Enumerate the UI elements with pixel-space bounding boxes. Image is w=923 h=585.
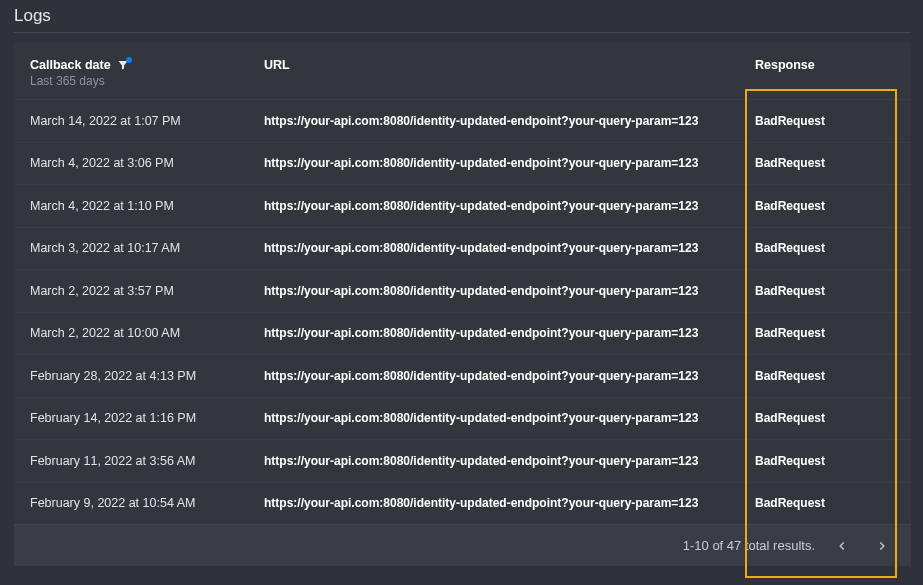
filter-active-indicator bbox=[126, 57, 132, 63]
cell-response: BadRequest bbox=[755, 411, 895, 425]
header-callback-date-label: Callback date bbox=[30, 58, 111, 72]
cell-response: BadRequest bbox=[755, 496, 895, 510]
table-row[interactable]: March 4, 2022 at 3:06 PMhttps://your-api… bbox=[14, 142, 911, 185]
filter-icon[interactable] bbox=[117, 59, 129, 71]
table-row[interactable]: February 9, 2022 at 10:54 AMhttps://your… bbox=[14, 482, 911, 525]
header-url[interactable]: URL bbox=[264, 57, 755, 72]
header-response-label: Response bbox=[755, 58, 815, 72]
cell-url: https://your-api.com:8080/identity-updat… bbox=[264, 411, 755, 425]
table-row[interactable]: March 2, 2022 at 3:57 PMhttps://your-api… bbox=[14, 269, 911, 312]
cell-callback-date: February 9, 2022 at 10:54 AM bbox=[30, 496, 264, 510]
cell-callback-date: March 4, 2022 at 3:06 PM bbox=[30, 156, 264, 170]
table-row[interactable]: February 11, 2022 at 3:56 AMhttps://your… bbox=[14, 439, 911, 482]
header-callback-date[interactable]: Callback date Last 365 days bbox=[30, 57, 264, 88]
cell-url: https://your-api.com:8080/identity-updat… bbox=[264, 199, 755, 213]
cell-callback-date: March 3, 2022 at 10:17 AM bbox=[30, 241, 264, 255]
table-row[interactable]: March 4, 2022 at 1:10 PMhttps://your-api… bbox=[14, 184, 911, 227]
page-title: Logs bbox=[0, 0, 923, 32]
header-callback-date-sub: Last 365 days bbox=[30, 74, 264, 88]
cell-url: https://your-api.com:8080/identity-updat… bbox=[264, 241, 755, 255]
cell-url: https://your-api.com:8080/identity-updat… bbox=[264, 454, 755, 468]
table-row[interactable]: February 14, 2022 at 1:16 PMhttps://your… bbox=[14, 397, 911, 440]
prev-page-button[interactable] bbox=[829, 533, 855, 559]
cell-response: BadRequest bbox=[755, 326, 895, 340]
table-row[interactable]: March 14, 2022 at 1:07 PMhttps://your-ap… bbox=[14, 99, 911, 142]
chevron-right-icon bbox=[875, 539, 889, 553]
chevron-left-icon bbox=[835, 539, 849, 553]
cell-response: BadRequest bbox=[755, 454, 895, 468]
cell-callback-date: February 11, 2022 at 3:56 AM bbox=[30, 454, 264, 468]
table-header-row: Callback date Last 365 days URL Response bbox=[14, 43, 911, 99]
table-row[interactable]: March 3, 2022 at 10:17 AMhttps://your-ap… bbox=[14, 227, 911, 270]
cell-response: BadRequest bbox=[755, 199, 895, 213]
cell-response: BadRequest bbox=[755, 156, 895, 170]
cell-response: BadRequest bbox=[755, 284, 895, 298]
cell-url: https://your-api.com:8080/identity-updat… bbox=[264, 156, 755, 170]
cell-url: https://your-api.com:8080/identity-updat… bbox=[264, 496, 755, 510]
table-row[interactable]: March 2, 2022 at 10:00 AMhttps://your-ap… bbox=[14, 312, 911, 355]
cell-callback-date: February 14, 2022 at 1:16 PM bbox=[30, 411, 264, 425]
cell-callback-date: March 2, 2022 at 10:00 AM bbox=[30, 326, 264, 340]
cell-url: https://your-api.com:8080/identity-updat… bbox=[264, 369, 755, 383]
cell-callback-date: March 2, 2022 at 3:57 PM bbox=[30, 284, 264, 298]
logs-table: Callback date Last 365 days URL Response… bbox=[14, 43, 911, 566]
table-row[interactable]: February 28, 2022 at 4:13 PMhttps://your… bbox=[14, 354, 911, 397]
cell-url: https://your-api.com:8080/identity-updat… bbox=[264, 284, 755, 298]
cell-callback-date: February 28, 2022 at 4:13 PM bbox=[30, 369, 264, 383]
cell-response: BadRequest bbox=[755, 241, 895, 255]
cell-callback-date: March 4, 2022 at 1:10 PM bbox=[30, 199, 264, 213]
header-response[interactable]: Response bbox=[755, 57, 895, 72]
cell-response: BadRequest bbox=[755, 114, 895, 128]
cell-response: BadRequest bbox=[755, 369, 895, 383]
cell-url: https://your-api.com:8080/identity-updat… bbox=[264, 114, 755, 128]
table-footer: 1-10 of 47 total results. bbox=[14, 524, 911, 566]
next-page-button[interactable] bbox=[869, 533, 895, 559]
pagination-summary: 1-10 of 47 total results. bbox=[683, 538, 815, 553]
logs-panel: Callback date Last 365 days URL Response… bbox=[14, 32, 911, 572]
header-url-label: URL bbox=[264, 58, 290, 72]
cell-url: https://your-api.com:8080/identity-updat… bbox=[264, 326, 755, 340]
table-body: March 14, 2022 at 1:07 PMhttps://your-ap… bbox=[14, 99, 911, 524]
cell-callback-date: March 14, 2022 at 1:07 PM bbox=[30, 114, 264, 128]
